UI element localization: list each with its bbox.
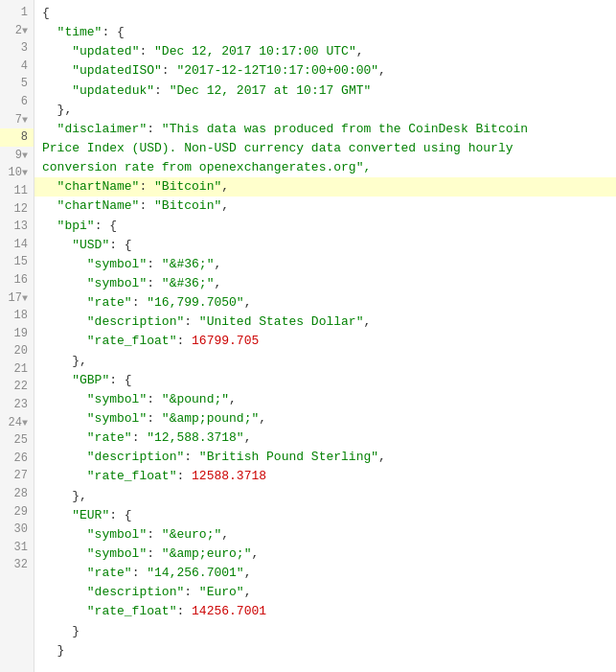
code-line: "rate_float": 16799.705 bbox=[34, 332, 616, 351]
code-line: "symbol": "&amp;euro;", bbox=[34, 545, 616, 564]
code-line: conversion rate from openexchangerates.o… bbox=[34, 158, 616, 177]
line-number: 3 bbox=[0, 39, 34, 58]
line-number: 1 bbox=[0, 4, 34, 22]
code-line: "rate": "14,256.7001", bbox=[34, 564, 616, 583]
line-number: 2▼ bbox=[0, 22, 34, 40]
code-line: "symbol": "&amp;pound;", bbox=[34, 409, 616, 429]
code-line: } bbox=[34, 641, 616, 660]
line-number: 10▼ bbox=[0, 164, 34, 182]
code-line: "USD": { bbox=[34, 236, 616, 255]
code-line: "rate_float": 14256.7001 bbox=[34, 602, 616, 621]
line-number: 29 bbox=[0, 503, 34, 521]
line-number: 22 bbox=[0, 378, 34, 396]
line-number: 18 bbox=[0, 307, 34, 325]
line-number: 19 bbox=[0, 325, 34, 343]
line-number: 25 bbox=[0, 431, 34, 450]
code-line: "disclaimer": "This data was produced fr… bbox=[34, 120, 616, 139]
code-viewer: 12▼34567▼89▼10▼11121314151617▼1819202122… bbox=[0, 0, 616, 672]
code-line: "symbol": "&#36;", bbox=[34, 255, 616, 274]
code-line: "description": "Euro", bbox=[34, 583, 616, 602]
code-line: }, bbox=[34, 487, 616, 506]
line-number: 20 bbox=[0, 342, 34, 360]
line-number: 12 bbox=[0, 200, 34, 219]
code-line: "chartName": "Bitcoin", bbox=[34, 197, 616, 216]
code-line: Price Index (USD). Non-USD currency data… bbox=[34, 139, 616, 158]
code-line: { bbox=[34, 4, 616, 23]
code-line: "GBP": { bbox=[34, 371, 616, 390]
code-line: "updatedISO": "2017-12-12T10:17:00+00:00… bbox=[34, 61, 616, 81]
line-number: 16 bbox=[0, 271, 34, 290]
code-line: "rate": "12,588.3718", bbox=[34, 429, 616, 448]
line-number: 21 bbox=[0, 360, 34, 379]
line-number: 5 bbox=[0, 75, 34, 93]
code-line: "time": { bbox=[34, 23, 616, 42]
line-number: 23 bbox=[0, 396, 34, 414]
code-line: "updateduk": "Dec 12, 2017 at 10:17 GMT" bbox=[34, 81, 616, 101]
line-number: 9▼ bbox=[0, 147, 34, 165]
code-line: "updated": "Dec 12, 2017 10:17:00 UTC", bbox=[34, 42, 616, 61]
line-number: 28 bbox=[0, 485, 34, 503]
line-number: 8 bbox=[0, 128, 34, 147]
code-line: "rate_float": 12588.3718 bbox=[34, 467, 616, 486]
code-line: "EUR": { bbox=[34, 506, 616, 525]
line-number: 30 bbox=[0, 521, 34, 539]
line-number: 26 bbox=[0, 450, 34, 468]
line-number: 24▼ bbox=[0, 414, 34, 432]
line-number: 17▼ bbox=[0, 290, 34, 308]
line-number-gutter: 12▼34567▼89▼10▼11121314151617▼1819202122… bbox=[0, 0, 34, 672]
code-line: }, bbox=[34, 352, 616, 371]
line-number: 11 bbox=[0, 182, 34, 200]
line-number: 13 bbox=[0, 218, 34, 236]
code-line: "description": "British Pound Sterling", bbox=[34, 448, 616, 467]
line-number: 4 bbox=[0, 58, 34, 76]
code-line: "chartName": "Bitcoin", bbox=[34, 177, 616, 197]
code-line: "symbol": "&pound;", bbox=[34, 390, 616, 409]
code-line: "symbol": "&euro;", bbox=[34, 525, 616, 545]
line-number: 31 bbox=[0, 539, 34, 557]
code-line: "symbol": "&#36;", bbox=[34, 274, 616, 293]
code-line: } bbox=[34, 622, 616, 641]
line-number: 27 bbox=[0, 467, 34, 485]
code-line: "bpi": { bbox=[34, 217, 616, 236]
line-number: 14 bbox=[0, 236, 34, 254]
code-line: }, bbox=[34, 101, 616, 120]
code-content: { "time": { "updated": "Dec 12, 2017 10:… bbox=[34, 0, 616, 672]
line-number: 15 bbox=[0, 253, 34, 271]
line-number: 32 bbox=[0, 556, 34, 574]
line-number: 6 bbox=[0, 93, 34, 111]
code-line: "rate": "16,799.7050", bbox=[34, 293, 616, 313]
code-line: "description": "United States Dollar", bbox=[34, 313, 616, 332]
line-number: 7▼ bbox=[0, 111, 34, 129]
